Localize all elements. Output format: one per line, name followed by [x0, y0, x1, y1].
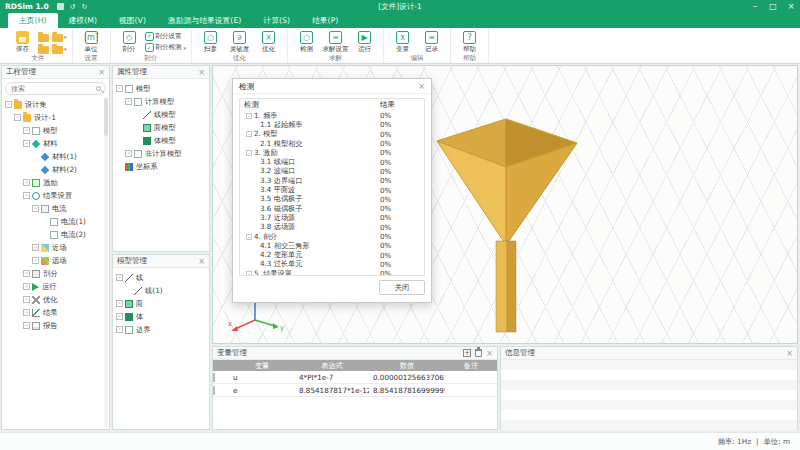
redo-icon[interactable]: ↻ [82, 3, 88, 11]
folder-button-0[interactable] [38, 31, 49, 42]
tree-item[interactable]: -材料 [5, 137, 109, 150]
folder-button-1[interactable]: ▾ [52, 31, 67, 42]
table-row[interactable]: u4*PI*1e-70.00000125663706143... [213, 371, 497, 384]
solve-settings-button[interactable]: ≡求解设置 [322, 30, 349, 54]
minimize-button[interactable]: – [746, 2, 764, 11]
check-dialog-titlebar[interactable]: 检测 × [233, 79, 431, 94]
tree-item[interactable]: 体模型 [116, 134, 209, 147]
expander-icon[interactable]: - [116, 274, 123, 281]
variables-panel-close-icon[interactable]: × [486, 349, 493, 358]
mesh-settings-button[interactable]: *剖分设置 [145, 32, 187, 41]
expander-icon[interactable]: - [5, 101, 12, 108]
tree-item[interactable]: -近场 [5, 241, 109, 254]
tree-item[interactable]: 坐标系 [116, 160, 209, 173]
expander-icon[interactable]: - [23, 140, 30, 147]
help-button[interactable]: ?帮助 [456, 30, 483, 54]
save-button[interactable]: 保存 [9, 30, 36, 54]
check-dialog-close-icon[interactable]: × [418, 82, 425, 91]
maximize-button[interactable]: □ [764, 2, 782, 11]
tree-item[interactable]: -面 [116, 297, 209, 310]
property-panel-close-icon[interactable]: × [198, 68, 205, 77]
check-row[interactable]: 4.2 变形单元0% [240, 250, 424, 259]
add-variable-icon[interactable]: + [463, 349, 471, 357]
folder-button-2[interactable] [38, 43, 49, 54]
table-row[interactable]: e8.854187817*1e-128.854187816999999e-... [213, 384, 497, 397]
tree-item[interactable]: -非计算模型 [116, 147, 209, 160]
tree-item[interactable]: -模型 [116, 82, 209, 95]
tab-0[interactable]: 主页(H) [8, 13, 58, 28]
expander-icon[interactable]: - [116, 300, 123, 307]
tree-item[interactable]: -运行 [5, 280, 109, 293]
dialog-close-button[interactable]: 关闭 [379, 280, 425, 295]
expander-icon[interactable]: - [32, 244, 39, 251]
expander-icon[interactable]: - [23, 283, 30, 290]
expander-icon[interactable]: - [125, 98, 132, 105]
tree-item[interactable]: -报告 [5, 319, 109, 332]
tree-item[interactable]: -剖分 [5, 267, 109, 280]
check-row[interactable]: -5. 结果设置0% [240, 269, 424, 276]
expander-icon[interactable]: - [23, 322, 30, 329]
project-scrollbar[interactable] [104, 98, 108, 427]
tree-item[interactable]: -计算模型 [116, 95, 209, 108]
tab-1[interactable]: 建模(M) [58, 13, 108, 28]
unit-button[interactable]: [m]单位 [78, 30, 105, 54]
tree-item[interactable]: -线 [116, 271, 209, 284]
tree-item[interactable]: 线(1) [116, 284, 209, 297]
check-row[interactable]: 2.1 模型相交0% [240, 139, 424, 148]
expander-icon[interactable]: - [246, 131, 252, 137]
check-row[interactable]: 3.2 波端口0% [240, 167, 424, 176]
check-row[interactable]: 3.5 电偶极子0% [240, 195, 424, 204]
tree-item[interactable]: 材料(1) [5, 150, 109, 163]
check-row[interactable]: 4.1 相交三角形0% [240, 241, 424, 250]
tab-5[interactable]: 结果(P) [301, 13, 349, 28]
expander-icon[interactable]: - [23, 192, 30, 199]
tree-item[interactable]: -边界 [116, 323, 209, 336]
expander-icon[interactable]: - [32, 205, 39, 212]
tree-item[interactable]: -优化 [5, 293, 109, 306]
tree-item[interactable]: -结果 [5, 306, 109, 319]
expander-icon[interactable]: - [116, 326, 123, 333]
model-panel-close-icon[interactable]: × [198, 257, 205, 266]
project-panel-close-icon[interactable]: × [98, 68, 105, 77]
check-row[interactable]: 3.8 远场源0% [240, 223, 424, 232]
expander-icon[interactable]: - [23, 127, 30, 134]
tree-item[interactable]: -设计集 [5, 98, 109, 111]
close-button[interactable]: × [782, 2, 800, 11]
search-input[interactable] [5, 82, 106, 95]
record-button[interactable]: ≡记录 [418, 30, 445, 54]
check-button[interactable]: ○检测 [293, 30, 320, 54]
tree-item[interactable]: -远场 [5, 254, 109, 267]
expander-icon[interactable]: - [246, 150, 252, 156]
expander-icon[interactable]: - [23, 296, 30, 303]
check-row[interactable]: -4. 剖分0% [240, 232, 424, 241]
row-checkbox[interactable] [213, 386, 215, 395]
expander-icon[interactable]: - [23, 309, 30, 316]
tree-item[interactable]: 面模型 [116, 121, 209, 134]
tree-item[interactable]: -结果设置 [5, 189, 109, 202]
check-row[interactable]: -2. 模型0% [240, 130, 424, 139]
info-panel-close-icon[interactable]: × [786, 349, 793, 358]
sweep-button[interactable]: ○扫参 [197, 30, 224, 54]
check-row[interactable]: 3.4 平面波0% [240, 185, 424, 194]
expander-icon[interactable]: - [116, 85, 123, 92]
tree-item[interactable]: -电流 [5, 202, 109, 215]
tree-item[interactable]: 电流(1) [5, 215, 109, 228]
tree-item[interactable]: 电流(2) [5, 228, 109, 241]
tree-item[interactable]: -设计-1 [5, 111, 109, 124]
tree-item[interactable]: 线模型 [116, 108, 209, 121]
check-row[interactable]: -1. 频率0% [240, 111, 424, 120]
tab-2[interactable]: 视图(V) [108, 13, 157, 28]
tab-4[interactable]: 计算(S) [252, 13, 301, 28]
check-row[interactable]: 1.1 起始频率0% [240, 120, 424, 129]
tree-item[interactable]: -模型 [5, 124, 109, 137]
expander-icon[interactable]: - [125, 150, 132, 157]
row-checkbox[interactable] [213, 373, 215, 382]
expander-icon[interactable]: - [246, 113, 252, 119]
expander-icon[interactable]: - [14, 114, 21, 121]
expander-icon[interactable]: - [32, 257, 39, 264]
optimize-button[interactable]: ×优化 [255, 30, 282, 54]
check-row[interactable]: -3. 激励0% [240, 148, 424, 157]
variables-button[interactable]: x变量 [389, 30, 416, 54]
sensitivity-button[interactable]: ∂灵敏度 [226, 30, 253, 54]
expander-icon[interactable]: - [246, 234, 252, 240]
